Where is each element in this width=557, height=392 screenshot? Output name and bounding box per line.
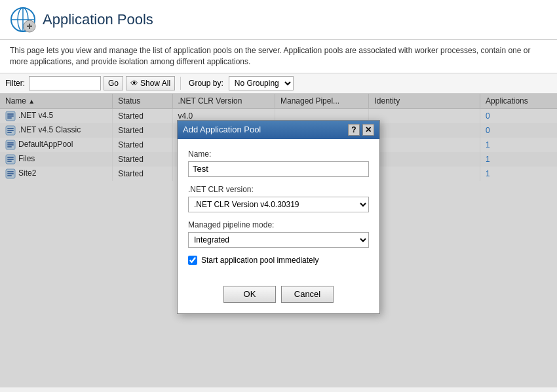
toolbar-separator — [180, 77, 181, 90]
start-immediately-checkbox[interactable] — [188, 256, 197, 265]
start-immediately-label: Start application pool immediately — [201, 256, 318, 265]
view-icon: 👁 — [130, 79, 138, 88]
dialog-footer: OK Cancel — [178, 286, 379, 313]
dialog-close-button[interactable]: ✕ — [362, 124, 374, 136]
group-by-select[interactable]: No Grouping — [229, 76, 294, 90]
show-all-button[interactable]: 👁 Show All — [126, 76, 175, 90]
go-button[interactable]: Go — [104, 76, 123, 90]
clr-field-label: .NET CLR version: — [188, 185, 369, 194]
dialog-overlay: Add Application Pool ? ✕ Name: .NET CLR … — [0, 94, 557, 387]
main-content: Name ▲ Status .NET CLR Version Managed P… — [0, 94, 557, 387]
toolbar: Filter: Go 👁 Show All Group by: No Group… — [0, 73, 557, 94]
dialog-body: Name: .NET CLR version: .NET CLR Version… — [178, 139, 379, 286]
filter-label: Filter: — [5, 79, 25, 88]
go-label: Go — [108, 79, 119, 88]
dialog-titlebar: Add Application Pool ? ✕ — [178, 121, 379, 139]
add-app-pool-dialog: Add Application Pool ? ✕ Name: .NET CLR … — [177, 120, 380, 314]
group-by-label: Group by: — [189, 79, 223, 88]
dialog-titlebar-buttons: ? ✕ — [348, 124, 374, 136]
name-field-label: Name: — [188, 149, 369, 159]
filter-input[interactable] — [29, 76, 101, 90]
name-input[interactable] — [188, 161, 369, 177]
svg-rect-6 — [29, 24, 30, 29]
page-header: Application Pools — [0, 0, 557, 40]
page-title: Application Pools — [43, 11, 153, 28]
pipeline-mode-select[interactable]: IntegratedClassic — [188, 232, 369, 248]
show-all-label: Show All — [140, 79, 170, 88]
start-immediately-row: Start application pool immediately — [188, 256, 369, 265]
dialog-title: Add Application Pool — [183, 125, 261, 134]
pipeline-field-label: Managed pipeline mode: — [188, 220, 369, 229]
ok-button[interactable]: OK — [223, 286, 276, 303]
clr-version-select[interactable]: .NET CLR Version v4.0.30319.NET CLR Vers… — [188, 197, 369, 212]
dialog-help-button[interactable]: ? — [348, 124, 360, 136]
page-description: This page lets you view and manage the l… — [0, 40, 557, 73]
app-icon — [10, 7, 36, 33]
cancel-button[interactable]: Cancel — [281, 286, 334, 303]
